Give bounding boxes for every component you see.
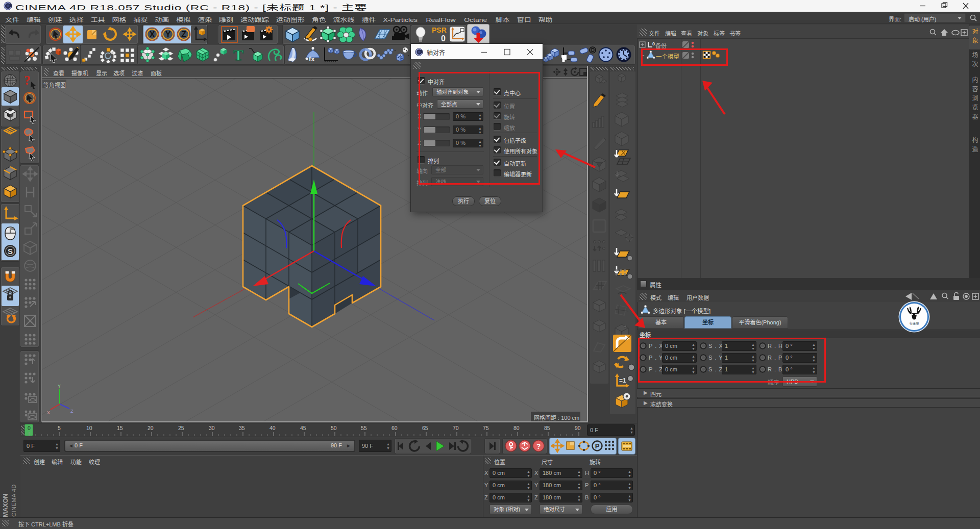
- svg-text:50: 50: [331, 425, 337, 431]
- svg-text:55: 55: [361, 425, 367, 431]
- svg-text:60: 60: [391, 425, 398, 431]
- svg-text:15: 15: [117, 425, 123, 431]
- svg-text:90: 90: [575, 425, 581, 431]
- svg-text:Z: Z: [181, 30, 186, 39]
- svg-text:0: 0: [28, 425, 31, 431]
- svg-text:fx: fx: [309, 55, 315, 63]
- svg-text:X: X: [150, 30, 155, 39]
- svg-text:Y: Y: [58, 384, 61, 389]
- svg-text:70: 70: [453, 425, 459, 431]
- svg-text:35: 35: [239, 425, 245, 431]
- svg-text:85: 85: [544, 425, 550, 431]
- svg-text:行走吧: 行走吧: [910, 321, 919, 325]
- svg-text:?: ?: [536, 442, 541, 450]
- svg-text:P: P: [595, 442, 600, 450]
- svg-text:0: 0: [652, 41, 655, 46]
- svg-text:S: S: [8, 247, 13, 256]
- svg-text:T: T: [233, 46, 243, 63]
- svg-text:?: ?: [24, 73, 31, 88]
- svg-text:5: 5: [58, 425, 61, 431]
- svg-text:45: 45: [300, 425, 306, 431]
- svg-text:40: 40: [270, 425, 276, 431]
- svg-text:Y: Y: [165, 30, 171, 39]
- svg-text:X: X: [47, 410, 50, 415]
- svg-text:65: 65: [422, 425, 428, 431]
- svg-text:25: 25: [178, 425, 184, 431]
- svg-text:30: 30: [209, 425, 215, 431]
- svg-text:Z: Z: [70, 409, 74, 414]
- svg-text:PSR: PSR: [432, 26, 447, 34]
- svg-text:=1: =1: [619, 377, 626, 384]
- svg-text:80: 80: [513, 425, 520, 431]
- svg-text:10: 10: [86, 425, 92, 431]
- svg-text:75: 75: [483, 425, 489, 431]
- svg-text:0: 0: [441, 34, 446, 43]
- svg-text:20: 20: [148, 425, 154, 431]
